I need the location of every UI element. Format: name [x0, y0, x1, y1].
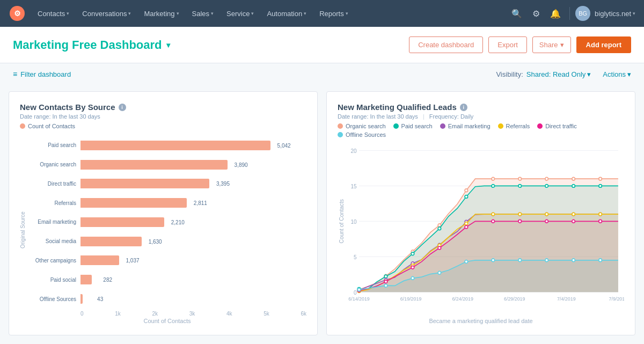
nav-service[interactable]: Service ▾ [221, 6, 259, 21]
x-tick: 6k [301, 311, 306, 317]
nav-marketing[interactable]: Marketing ▾ [138, 6, 184, 21]
svg-point-71 [518, 219, 522, 223]
hubspot-logo[interactable]: ⚙ [9, 5, 26, 22]
bar-chart-legend: Count of Contacts [20, 123, 306, 129]
svg-point-36 [384, 275, 387, 278]
svg-point-67 [411, 266, 414, 269]
bar-fill: 2,210 [80, 217, 164, 227]
nav-conversations[interactable]: Conversations ▾ [77, 6, 136, 21]
bar-fill: 2,811 [80, 198, 187, 208]
avatar[interactable]: BG [575, 6, 590, 21]
bar-value: 2,811 [194, 200, 207, 206]
visibility-shared-link[interactable]: Shared: Read Only ▾ [526, 70, 591, 78]
svg-text:6/14/2019: 6/14/2019 [348, 296, 370, 302]
bar-fill: 1,037 [80, 255, 119, 265]
chevron-down-icon: ▾ [627, 70, 631, 78]
bar-label: Offline Sources [28, 296, 76, 302]
svg-point-29 [465, 189, 468, 192]
legend-dot [338, 123, 343, 129]
svg-point-70 [492, 219, 495, 223]
x-tick: 2k [152, 311, 158, 317]
toolbar: ≡ Filter dashboard Visibility: Shared: R… [0, 63, 644, 85]
legend-item: Offline Sources [338, 131, 386, 138]
info-icon[interactable]: i [460, 104, 467, 111]
bar-value: 3,395 [216, 181, 230, 187]
header-actions: Create dashboard Export Share ▾ Add repo… [409, 36, 631, 53]
bar-label: Direct traffic [28, 181, 76, 187]
nav-sales[interactable]: Sales ▾ [187, 6, 219, 21]
bar-value: 2,210 [171, 219, 185, 225]
svg-point-28 [438, 224, 441, 227]
chevron-down-icon: ▾ [251, 11, 254, 16]
legend-dot [440, 123, 445, 129]
svg-point-73 [572, 219, 575, 223]
bar-track: 2,811 [80, 198, 306, 208]
search-icon[interactable]: 🔍 [508, 5, 525, 22]
create-dashboard-button[interactable]: Create dashboard [409, 36, 483, 53]
svg-point-69 [465, 225, 468, 229]
line-chart-svg-wrap: 051015206/14/20196/19/20196/24/20196/29/… [338, 144, 624, 317]
navbar: ⚙ Contacts ▾ Conversations ▾ Marketing ▾… [0, 0, 644, 27]
bar-fill: 282 [80, 275, 92, 284]
bar-label: Social media [28, 238, 76, 244]
svg-text:20: 20 [350, 148, 356, 154]
bar-fill: 3,890 [80, 160, 228, 170]
svg-point-30 [492, 177, 495, 180]
nav-divider [569, 7, 570, 20]
svg-point-82 [545, 259, 548, 262]
bar-row: Email marketing 2,210 [28, 217, 306, 227]
notifications-icon[interactable]: 🔔 [547, 5, 564, 22]
bar-value: 1,630 [149, 238, 162, 244]
svg-point-39 [465, 195, 468, 199]
bar-label: Organic search [28, 162, 76, 167]
svg-point-44 [599, 185, 602, 188]
svg-point-66 [384, 280, 387, 283]
svg-point-42 [545, 185, 548, 188]
settings-icon[interactable]: ⚙ [528, 5, 545, 22]
svg-point-78 [438, 271, 441, 274]
bar-track: 3,890 [80, 160, 306, 170]
svg-text:Count of Contacts: Count of Contacts [339, 199, 345, 244]
svg-point-84 [599, 259, 602, 262]
svg-point-83 [572, 259, 575, 262]
chevron-down-icon: ▾ [304, 11, 306, 16]
x-axis-title: Count of Contacts [28, 318, 306, 324]
actions-button[interactable]: Actions ▾ [603, 70, 631, 78]
nav-contacts[interactable]: Contacts ▾ [32, 6, 75, 21]
svg-text:6/24/2019: 6/24/2019 [452, 296, 473, 302]
share-button[interactable]: Share ▾ [532, 36, 571, 53]
bar-chart: Original Source Paid search 5,042 Organi… [20, 136, 306, 324]
nav-automation[interactable]: Automation ▾ [261, 6, 312, 21]
bars-area: Paid search 5,042 Organic search 3,890 D… [28, 136, 306, 309]
add-report-button[interactable]: Add report [576, 36, 631, 53]
bar-row: Referrals 2,811 [28, 198, 306, 208]
page-header: Marketing Free Dashboard ▾ Create dashbo… [0, 27, 644, 63]
export-button[interactable]: Export [488, 36, 527, 53]
svg-text:5: 5 [354, 254, 357, 260]
title-dropdown-chevron[interactable]: ▾ [166, 41, 170, 49]
bar-row: Direct traffic 3,395 [28, 179, 306, 188]
line-chart-legend: Organic searchPaid searchEmail marketing… [338, 123, 624, 138]
nav-reports[interactable]: Reports ▾ [314, 6, 354, 21]
info-icon[interactable]: i [119, 104, 126, 111]
svg-point-40 [492, 185, 495, 188]
svg-point-68 [438, 246, 441, 250]
dashboard-title: Marketing Free Dashboard ▾ [13, 38, 170, 52]
x-tick: 5k [264, 311, 269, 317]
line-chart-subtitle: Date range: In the last 30 days | Freque… [338, 113, 624, 120]
bar-track: 3,395 [80, 179, 306, 188]
bar-value: 1,037 [126, 258, 140, 264]
legend-item: Referrals [498, 123, 530, 129]
bar-fill: 3,395 [80, 179, 209, 188]
bar-track: 1,037 [80, 255, 306, 265]
legend-dot [498, 123, 503, 129]
bar-chart-subtitle: Date range: In the last 30 days [20, 113, 306, 120]
svg-point-37 [411, 252, 414, 255]
navbar-right: 🔍 ⚙ 🔔 BG biglytics.net ▾ [508, 5, 635, 22]
account-name[interactable]: biglytics.net ▾ [595, 10, 635, 18]
chevron-down-icon: ▾ [346, 11, 348, 16]
chevron-down-icon: ▾ [67, 11, 69, 16]
bar-chart-card: New Contacts By Source i Date range: In … [9, 91, 318, 335]
svg-text:7/9/2019: 7/9/2019 [609, 296, 624, 302]
filter-dashboard-button[interactable]: ≡ Filter dashboard [13, 70, 71, 78]
